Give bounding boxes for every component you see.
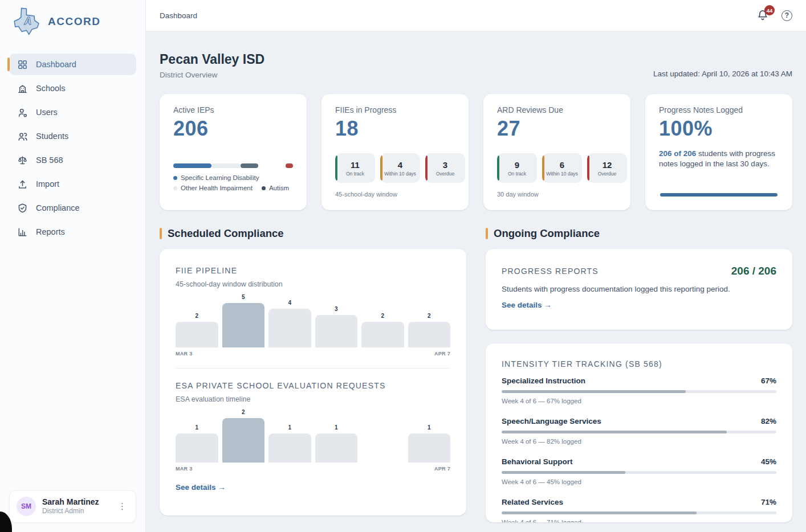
tier-label: Behavioral Support bbox=[502, 457, 573, 466]
bar-value-label: 1 bbox=[428, 424, 431, 431]
see-details-link[interactable]: See details → bbox=[502, 301, 552, 309]
intensity-tier-card: INTENSITY TIER TRACKING (SB 568) Special… bbox=[486, 343, 792, 522]
divider bbox=[176, 368, 450, 369]
chart-bar-slot: 5 bbox=[222, 293, 265, 347]
footnote: 30 day window bbox=[497, 191, 539, 198]
tier-progress-fill bbox=[502, 471, 625, 474]
sidebar-item-reports[interactable]: Reports bbox=[9, 221, 136, 243]
chart-bar-slot: 2 bbox=[222, 408, 265, 463]
bar bbox=[268, 433, 311, 463]
chart-subtitle: 45-school-day window distribution bbox=[176, 280, 450, 288]
bar-value-label: 2 bbox=[428, 313, 431, 319]
chart-bar-slot: 2 bbox=[361, 293, 404, 347]
sidebar-item-dashboard[interactable]: Dashboard bbox=[9, 54, 136, 75]
user-menu-kebab-icon[interactable]: ⋮ bbox=[116, 500, 129, 513]
bar bbox=[268, 309, 311, 347]
legend-dot-icon bbox=[262, 186, 266, 190]
stat-label: FIIEs in Progress bbox=[335, 105, 455, 114]
axis-start-label: MAR 3 bbox=[176, 351, 193, 357]
tier-label: Speech/Language Services bbox=[502, 417, 601, 425]
brand-name: ACCORD bbox=[48, 15, 100, 28]
axis-end-label: APR 7 bbox=[434, 466, 450, 472]
stat-label: Progress Notes Logged bbox=[659, 105, 779, 114]
status-pill-overdue: 3Overdue bbox=[425, 153, 465, 183]
sidebar-item-compliance[interactable]: Compliance bbox=[9, 197, 136, 219]
sidebar-item-label: Compliance bbox=[36, 203, 80, 212]
upload-icon bbox=[17, 179, 28, 190]
content: Pecan Valley ISD District Overview Last … bbox=[146, 31, 806, 532]
sidebar-item-schools[interactable]: Schools bbox=[9, 77, 136, 99]
texas-state-icon: A bbox=[13, 7, 42, 36]
card-title: INTENSITY TIER TRACKING (SB 568) bbox=[502, 359, 776, 369]
chart-bar-slot: 1 bbox=[408, 408, 451, 463]
sidebar-item-label: Schools bbox=[36, 84, 66, 93]
main: Dashboard 44 ? Pecan Valley ISD District… bbox=[146, 0, 806, 532]
bar bbox=[222, 303, 265, 347]
legend-item: Autism bbox=[262, 185, 289, 191]
sidebar-item-users[interactable]: Users bbox=[9, 101, 136, 123]
notifications-button[interactable]: 44 bbox=[756, 9, 769, 22]
tier-progress-track bbox=[502, 511, 776, 514]
tier-progress-fill bbox=[502, 390, 686, 393]
chart-title: ESA PRIVATE SCHOOL EVALUATION REQUESTS bbox=[176, 381, 450, 390]
stat-label: ARD Reviews Due bbox=[497, 105, 617, 114]
pill-edge bbox=[542, 155, 544, 181]
stat-label: Active IEPs bbox=[173, 105, 293, 114]
stat-cards: Active IEPs 206 Specific Learning Disabi… bbox=[160, 94, 792, 210]
chart-bar-slot: 2 bbox=[176, 293, 218, 347]
svg-text:A: A bbox=[23, 15, 31, 27]
tier-label: Specialized Instruction bbox=[502, 377, 585, 385]
tier-note: Week 4 of 6 — 82% logged bbox=[502, 438, 776, 445]
see-details-link[interactable]: See details → bbox=[176, 483, 226, 492]
legend-dot-icon bbox=[173, 186, 177, 190]
user-name: Sarah Martinez bbox=[42, 497, 109, 508]
card-title: PROGRESS REPORTS bbox=[502, 267, 599, 276]
stat-value: 100% bbox=[659, 117, 779, 141]
ard-reviews-card: ARD Reviews Due 27 9On track6Within 10 d… bbox=[483, 94, 630, 210]
legend-line-1: Specific Learning Disability bbox=[173, 174, 293, 181]
bar-value-label: 2 bbox=[381, 313, 384, 319]
sidebar-item-label: Import bbox=[36, 179, 59, 189]
help-button[interactable]: ? bbox=[781, 10, 792, 21]
tier-percent: 45% bbox=[761, 457, 776, 466]
notification-badge: 44 bbox=[764, 5, 775, 15]
pill-edge bbox=[380, 155, 382, 181]
chart-bar-slot: 3 bbox=[315, 293, 358, 347]
tier-progress-fill bbox=[502, 511, 697, 514]
tier-row-speech-language-services: Speech/Language Services82%Week 4 of 6 —… bbox=[502, 417, 776, 445]
chart-bar-slot: 1 bbox=[268, 408, 311, 463]
school-building-icon bbox=[17, 83, 28, 94]
topbar: Dashboard 44 ? bbox=[146, 0, 806, 31]
sidebar-item-students[interactable]: Students bbox=[9, 125, 136, 147]
active-ieps-card: Active IEPs 206 Specific Learning Disabi… bbox=[160, 94, 307, 210]
brand: A ACCORD bbox=[0, 0, 145, 42]
bar bbox=[176, 322, 218, 347]
chart-bar-slot: 4 bbox=[268, 293, 311, 347]
tier-note: Week 4 of 6 — 67% logged bbox=[502, 398, 776, 404]
bar-value-label: 5 bbox=[242, 294, 245, 300]
stat-value: 206 bbox=[173, 117, 293, 141]
bar-value-label: 3 bbox=[335, 306, 338, 312]
fiie-pipeline-card: FIIE PIPELINE 45-school-day window distr… bbox=[160, 249, 466, 515]
progress-notes-bar bbox=[660, 193, 777, 197]
user-role: District Admin bbox=[42, 507, 109, 515]
sidebar: A ACCORD DashboardSchoolsUsersStudentsSB… bbox=[0, 0, 146, 532]
user-card[interactable]: SM Sarah Martinez District Admin ⋮ bbox=[9, 490, 136, 523]
accent-bar bbox=[486, 228, 488, 239]
sidebar-item-label: Dashboard bbox=[36, 60, 76, 69]
bar bbox=[408, 433, 451, 463]
sidebar-item-import[interactable]: Import bbox=[9, 173, 136, 195]
tier-row-behavioral-support: Behavioral Support45%Week 4 of 6 — 45% l… bbox=[502, 457, 776, 485]
status-pill-on-track: 11On track bbox=[335, 153, 375, 183]
pill-edge bbox=[587, 155, 589, 181]
dashboard-grid-icon bbox=[17, 59, 28, 70]
chart-bar-slot bbox=[361, 408, 404, 463]
fiie-pipeline-chart: 254322 MAR 3 APR 7 bbox=[176, 293, 450, 357]
segment-autism bbox=[241, 163, 259, 168]
progress-reports-card: PROGRESS REPORTS 206 / 206 Students with… bbox=[486, 249, 792, 330]
disability-distribution-bar bbox=[173, 163, 293, 168]
sidebar-item-sb-568[interactable]: SB 568 bbox=[9, 149, 136, 171]
students-icon bbox=[17, 131, 28, 142]
bar bbox=[315, 433, 358, 463]
tier-label: Related Services bbox=[502, 498, 563, 506]
